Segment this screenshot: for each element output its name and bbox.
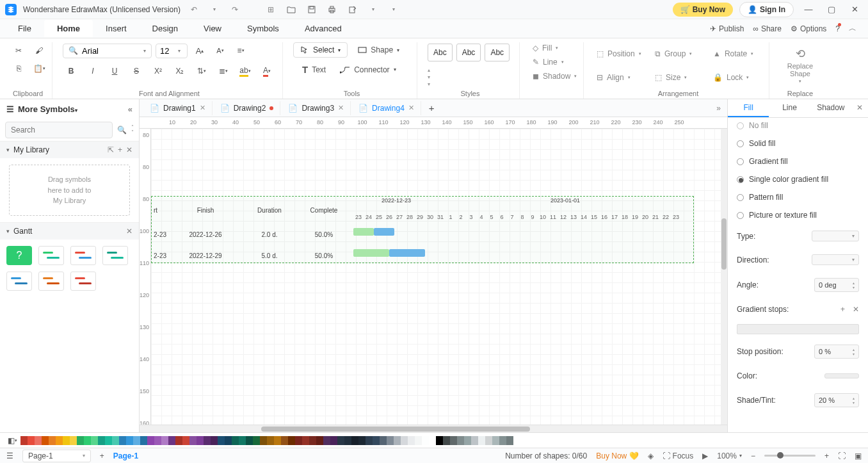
strike-button[interactable]: S <box>128 63 145 79</box>
color-swatch[interactable] <box>485 436 492 445</box>
close-button[interactable]: ✕ <box>846 1 863 18</box>
line-button[interactable]: ✎Line▾ <box>530 56 567 68</box>
close-right-panel[interactable]: ✕ <box>851 99 868 117</box>
open-button[interactable] <box>284 3 298 17</box>
stop-position-input[interactable]: 0 %▴▾ <box>814 345 859 359</box>
radio-no-fill[interactable]: No fill <box>737 118 859 134</box>
shape-tool[interactable]: Shape▾ <box>354 42 403 58</box>
styles-up[interactable]: ▴ <box>428 67 430 73</box>
style-preset-1[interactable]: Abc <box>428 44 453 61</box>
styles-down[interactable]: ▾ <box>428 74 430 80</box>
layers-button[interactable]: ◈ <box>648 451 654 460</box>
radio-pattern-fill[interactable]: Pattern fill <box>737 188 859 206</box>
color-swatch[interactable] <box>337 436 344 445</box>
close-icon[interactable]: ✕ <box>408 104 414 112</box>
color-swatch[interactable] <box>246 436 253 445</box>
gantt-thumb-1[interactable] <box>38 246 64 265</box>
color-swatch[interactable] <box>260 436 267 445</box>
menu-home[interactable]: Home <box>44 20 93 37</box>
color-swatch[interactable] <box>274 436 281 445</box>
help-button[interactable]: ? <box>835 24 840 33</box>
my-library-header[interactable]: ▾ My Library ⇱ + ✕ <box>0 142 139 158</box>
color-swatch[interactable] <box>105 436 112 445</box>
library-import-button[interactable]: ⇱ <box>108 145 114 154</box>
print-button[interactable] <box>325 3 339 17</box>
page-select[interactable]: Page-1▾ <box>22 450 91 462</box>
menu-insert[interactable]: Insert <box>93 20 140 37</box>
font-family-input[interactable] <box>82 46 140 56</box>
tab-drawing1[interactable]: 📄Drawing1✕ <box>143 101 213 115</box>
fill-button[interactable]: ◇Fill▾ <box>530 42 561 54</box>
gantt-thumb-4[interactable] <box>6 272 32 291</box>
font-color-button[interactable]: A▾ <box>259 63 275 79</box>
color-swatch[interactable] <box>373 436 380 445</box>
color-swatch[interactable] <box>309 436 316 445</box>
color-swatch[interactable] <box>91 436 98 445</box>
zoom-level[interactable]: 100%▾ <box>717 451 742 460</box>
focus-button[interactable]: ⛶ Focus <box>663 451 694 460</box>
close-icon[interactable]: ✕ <box>200 104 205 112</box>
publish-button[interactable]: ✈Publish <box>710 24 744 33</box>
fullscreen-button[interactable]: ▣ <box>855 451 862 460</box>
color-swatch[interactable] <box>182 436 189 445</box>
color-swatch[interactable] <box>429 436 436 445</box>
gantt-row-2[interactable]: 2-23 2022-12-29 5.0 d. 50.0% <box>151 245 350 266</box>
color-swatch[interactable] <box>401 436 408 445</box>
search-next[interactable]: ˅ <box>131 130 134 135</box>
select-tool[interactable]: Select▾ <box>293 42 348 58</box>
align-button[interactable]: ≡▾ <box>232 42 249 59</box>
color-swatch[interactable] <box>366 436 373 445</box>
color-swatch[interactable] <box>161 436 168 445</box>
buy-now-link[interactable]: Buy Now 💛 <box>596 451 638 460</box>
options-button[interactable]: ⚙Options <box>791 24 826 33</box>
color-swatch[interactable] <box>281 436 288 445</box>
more-symbols-button[interactable]: More Symbols▾ <box>18 104 77 114</box>
gantt-row-1[interactable]: 2-23 2022-12-26 2.0 d. 50.0% <box>151 224 350 245</box>
undo-button[interactable]: ↶ <box>187 3 201 17</box>
export-button[interactable] <box>346 3 360 17</box>
tab-fill[interactable]: Fill <box>728 99 769 117</box>
rotate-button[interactable]: ▲Rotate▾ <box>711 48 762 60</box>
line-spacing-button[interactable]: ⇅▾ <box>193 63 210 79</box>
radio-gradient-fill[interactable]: Gradient fill <box>737 152 859 170</box>
gantt-thumb-6[interactable] <box>70 272 96 291</box>
gantt-close-button[interactable]: ✕ <box>126 227 133 236</box>
color-swatch[interactable] <box>316 436 323 445</box>
size-button[interactable]: ⬚Size▾ <box>652 72 704 83</box>
color-swatch[interactable] <box>267 436 274 445</box>
color-swatch[interactable] <box>422 436 429 445</box>
redo-button[interactable]: ↷ <box>228 3 242 17</box>
menu-file[interactable]: File <box>5 20 44 37</box>
color-swatch[interactable] <box>492 436 499 445</box>
color-swatch[interactable] <box>197 436 204 445</box>
buy-now-button[interactable]: 🛒Buy Now <box>673 3 733 17</box>
color-swatch[interactable] <box>344 436 351 445</box>
color-swatch[interactable] <box>358 436 366 445</box>
fit-page-button[interactable]: ⛶ <box>838 451 846 460</box>
increase-font-button[interactable]: A▴ <box>191 42 208 59</box>
collapse-ribbon[interactable]: ︿ <box>849 23 856 34</box>
italic-button[interactable]: I <box>84 63 101 79</box>
color-swatch[interactable] <box>112 436 119 445</box>
color-swatch[interactable] <box>20 436 28 445</box>
color-swatch[interactable] <box>457 436 464 445</box>
pages-list-button[interactable]: ☰ <box>6 451 13 460</box>
library-close-button[interactable]: ✕ <box>126 145 133 154</box>
color-swatch[interactable] <box>302 436 309 445</box>
eyedropper-button[interactable]: ◧▾ <box>6 435 18 446</box>
symbol-search-input[interactable] <box>5 122 113 138</box>
color-swatch[interactable] <box>330 436 337 445</box>
color-swatch[interactable] <box>70 436 77 445</box>
font-family-select[interactable]: 🔍 ▾ <box>63 44 152 58</box>
zoom-slider[interactable] <box>764 455 816 457</box>
color-swatch[interactable] <box>84 436 91 445</box>
color-swatch[interactable] <box>189 436 197 445</box>
format-painter-button[interactable]: 🖌 <box>31 42 47 59</box>
copy-button[interactable]: ⎘ <box>10 60 27 77</box>
color-swatch[interactable] <box>77 436 84 445</box>
color-swatch[interactable] <box>204 436 211 445</box>
style-preset-3[interactable]: Abc <box>485 44 510 61</box>
color-swatch[interactable] <box>506 436 513 445</box>
color-swatch[interactable] <box>288 436 295 445</box>
group-button[interactable]: ⧉Group▾ <box>652 48 704 60</box>
